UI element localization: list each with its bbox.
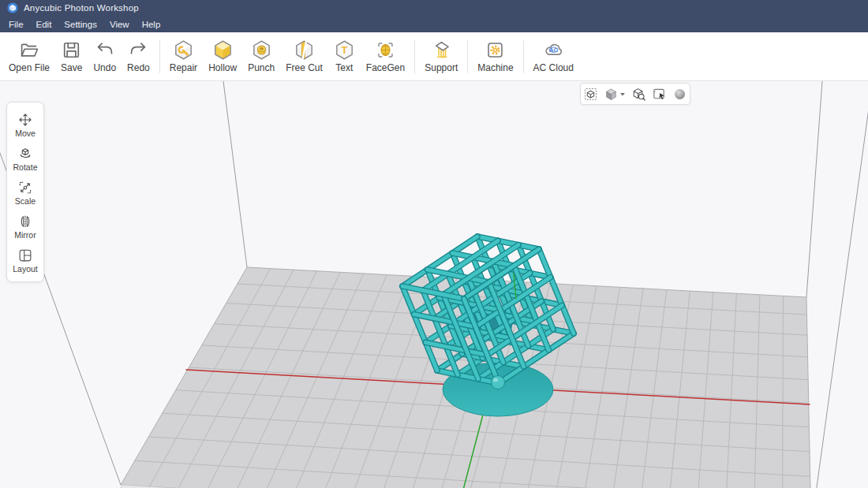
svg-text:T: T [341, 44, 347, 56]
perspective-view-button[interactable] [583, 87, 598, 102]
svg-text:AC: AC [548, 47, 558, 54]
rotate-tool[interactable]: Rotate [7, 142, 43, 176]
viewport-3d[interactable]: ANYCUBIC ANYCUBIC Move Rotate [0, 81, 868, 488]
punch-icon [251, 39, 272, 61]
hollow-icon [212, 39, 234, 61]
model-ball-highlight [493, 378, 498, 382]
support-button[interactable]: Support [419, 39, 463, 73]
mirror-icon [17, 214, 33, 229]
text-icon: T [334, 39, 355, 61]
menu-settings[interactable]: Settings [58, 20, 103, 29]
view-controls-panel [580, 83, 690, 105]
redo-icon [128, 39, 149, 61]
ac-cloud-button[interactable]: AC AC Cloud [528, 39, 579, 73]
screenshot-button[interactable] [652, 87, 667, 102]
punch-button[interactable]: Punch [242, 39, 280, 73]
free-cut-icon [294, 39, 315, 61]
menu-file[interactable]: File [2, 20, 30, 29]
screenshot-icon [652, 87, 667, 102]
repair-icon [173, 39, 194, 61]
zoom-model-icon [631, 87, 646, 102]
move-tool[interactable]: Move [7, 108, 43, 142]
facegen-button[interactable]: FaceGen [361, 39, 410, 73]
rotate-icon [17, 146, 33, 162]
free-cut-button[interactable]: Free Cut [280, 39, 328, 73]
menu-help[interactable]: Help [136, 20, 167, 29]
hollow-button[interactable]: Hollow [203, 39, 242, 73]
toolbar-separator [467, 40, 468, 73]
toolbar-separator [414, 40, 415, 73]
toolbar-separator [523, 40, 524, 73]
undo-button[interactable]: Undo [88, 39, 122, 73]
shaded-view-icon [604, 87, 619, 102]
render-mode-button[interactable] [672, 87, 687, 102]
save-button[interactable]: Save [55, 39, 88, 73]
save-icon [61, 39, 82, 61]
perspective-view-icon [583, 87, 598, 102]
facegen-icon [375, 39, 396, 61]
render-mode-icon [672, 87, 687, 102]
toolbox-panel: Move Rotate Scale Mirror [6, 102, 44, 282]
menu-bar: File Edit Settings View Help [0, 16, 868, 32]
menu-view[interactable]: View [103, 20, 136, 29]
ac-cloud-icon: AC [543, 39, 564, 61]
zoom-model-button[interactable] [631, 87, 646, 102]
machine-icon [485, 39, 506, 61]
redo-button[interactable]: Redo [122, 39, 155, 73]
repair-button[interactable]: Repair [164, 39, 203, 73]
support-icon [431, 39, 452, 61]
undo-icon [94, 39, 115, 61]
chevron-down-icon [619, 87, 626, 102]
model-ball-joint [492, 376, 505, 389]
shaded-view-button[interactable] [604, 87, 626, 102]
app-logo-icon [7, 2, 18, 13]
move-icon [17, 112, 33, 128]
scale-tool[interactable]: Scale [7, 176, 43, 210]
window-title: Anycubic Photon Workshop [24, 3, 139, 13]
open-file-icon [19, 39, 40, 61]
mirror-tool[interactable]: Mirror [7, 210, 43, 244]
machine-button[interactable]: Machine [472, 39, 518, 73]
layout-icon [17, 248, 33, 263]
text-button[interactable]: T Text [328, 39, 361, 73]
scale-icon [17, 180, 33, 196]
toolbar: Open File Save Undo Redo Repair [0, 32, 868, 81]
titlebar: Anycubic Photon Workshop [0, 0, 868, 16]
toolbar-separator [159, 40, 160, 73]
open-file-button[interactable]: Open File [3, 39, 55, 73]
layout-tool[interactable]: Layout [7, 244, 43, 278]
menu-edit[interactable]: Edit [30, 20, 58, 29]
scene-canvas: ANYCUBIC ANYCUBIC [0, 81, 868, 488]
